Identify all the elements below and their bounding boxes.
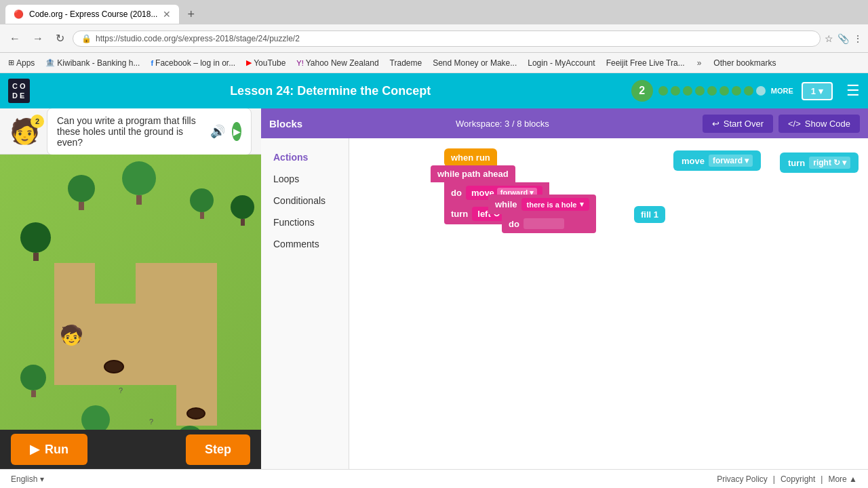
turn-right-block[interactable]: turn right ↻ ▾ [780, 152, 859, 173]
forward-pill[interactable]: forward ▾ [709, 155, 753, 167]
more-link[interactable]: More ▲ [828, 474, 857, 484]
progress-area: 2 MORE [631, 80, 793, 102]
level-number: 1 [811, 86, 816, 96]
tree [190, 188, 214, 219]
play-button[interactable]: ▶ [232, 122, 241, 141]
move-label: move [682, 156, 705, 166]
bookmark-star-icon[interactable]: ☆ [825, 33, 833, 44]
back-button[interactable]: ← [5, 30, 24, 47]
bookmark-kiwibank[interactable]: 🏦 Kiwibank - Banking h... [43, 57, 142, 69]
palette-actions[interactable]: Actions [267, 146, 343, 168]
copyright-link[interactable]: Copyright [781, 474, 815, 484]
while-hole-block[interactable]: while there is a hole ▾ [488, 195, 596, 214]
address-bar[interactable]: 🔒 https://studio.code.org/s/express-2018… [73, 30, 821, 47]
bookmark-facebook[interactable]: f Facebook – log in or... [148, 57, 238, 69]
run-play-icon: ▶ [30, 442, 39, 457]
dot-5 [707, 86, 717, 96]
more-bookmarks-button[interactable]: » [693, 57, 706, 69]
more-label[interactable]: MORE [771, 87, 793, 95]
tree [68, 175, 95, 210]
lesson-title: Lesson 24: Determine the Concept [38, 84, 623, 98]
right-pill[interactable]: right ↻ ▾ [809, 157, 850, 169]
path-tile [54, 263, 95, 304]
restart-icon: ↩ [712, 119, 719, 129]
path-tile [176, 344, 217, 385]
dot-7 [732, 86, 741, 96]
bookmark-facebook-label: Facebook – log in or... [155, 58, 235, 68]
dot-1 [658, 86, 668, 96]
fill-block[interactable]: fill 1 [634, 206, 665, 223]
run-button[interactable]: ▶ Run [11, 434, 87, 465]
footer-separator-1: | [773, 474, 775, 484]
footer-links: Privacy Policy | Copyright | More ▲ [717, 474, 857, 484]
workspace-header: Blocks Workspace: 3 / 8 blocks ↩ Start O… [261, 108, 868, 138]
blocks-canvas: when run while path ahead do move [349, 138, 868, 469]
hamburger-menu-icon[interactable]: ☰ [846, 82, 860, 100]
tab-close-button[interactable]: ✕ [163, 9, 171, 20]
dot-8 [744, 86, 753, 96]
tab-title: Code.org - Express Course (2018... [29, 9, 157, 19]
path-tile [176, 304, 217, 344]
new-tab-button[interactable]: + [182, 7, 200, 22]
move-forward-block[interactable]: move forward ▾ [673, 150, 761, 171]
blocks-palette: Actions Loops Conditionals Functions Com… [261, 138, 349, 469]
bookmark-yahoo[interactable]: Y! Yahoo New Zealand [294, 57, 381, 69]
dropdown-arrow-icon3: ▾ [580, 200, 584, 209]
privacy-policy-link[interactable]: Privacy Policy [717, 474, 768, 484]
bookmark-login[interactable]: Login - MyAccount [525, 57, 597, 69]
dot-6 [719, 86, 729, 96]
bookmark-sendmoney[interactable]: Send Money or Make... [430, 57, 519, 69]
bookmark-youtube-label: YouTube [254, 58, 285, 68]
bookmark-trademe[interactable]: Trademe [387, 57, 425, 69]
url-text: https://studio.code.org/s/express-2018/s… [96, 34, 300, 43]
path-tile [176, 385, 217, 426]
language-selector[interactable]: English ▾ [11, 474, 44, 484]
tree [176, 426, 203, 430]
palette-conditionals[interactable]: Conditionals [267, 190, 343, 211]
dot-9 [756, 86, 766, 96]
bookmarks-bar: ⊞ Apps 🏦 Kiwibank - Banking h... f Faceb… [0, 53, 868, 73]
hole-dropdown[interactable]: there is a hole ▾ [521, 198, 589, 211]
question-bubble: Can you write a program that fills these… [47, 108, 252, 155]
bookmark-youtube[interactable]: ▶ YouTube [243, 57, 288, 69]
palette-comments[interactable]: Comments [267, 233, 343, 255]
active-tab[interactable]: 🔴 Code.org - Express Course (2018... ✕ [5, 5, 179, 24]
bookmark-feeijit-label: Feeijit Free Live Tra... [606, 58, 685, 68]
bookmark-other[interactable]: Other bookmarks [711, 57, 778, 69]
blocks-tab-label[interactable]: Blocks [269, 118, 302, 129]
forward-button[interactable]: → [28, 30, 47, 47]
bookmark-feeijit[interactable]: Feeijit Free Live Tra... [604, 57, 688, 69]
start-over-button[interactable]: ↩ Start Over [703, 115, 773, 133]
empty-slot [524, 218, 564, 229]
while-hole-block-group: while there is a hole ▾ do [488, 195, 596, 233]
left-panel: 🧑 2 Can you write a program that fills t… [0, 108, 261, 469]
show-code-button[interactable]: </> Show Code [778, 115, 860, 133]
level-button[interactable]: 1 ▾ [802, 82, 833, 100]
right-panel: Blocks Workspace: 3 / 8 blocks ↩ Start O… [261, 108, 868, 469]
progress-dots [658, 86, 766, 96]
reload-button[interactable]: ↻ [52, 29, 68, 47]
bookmark-apps[interactable]: ⊞ Apps [5, 57, 37, 69]
sound-button[interactable]: 🔊 [210, 124, 225, 139]
extension-icon[interactable]: 📎 [837, 33, 849, 44]
dot-4 [695, 86, 705, 96]
bookmark-kiwibank-label: Kiwibank - Banking h... [57, 58, 140, 68]
blocks-layout: Actions Loops Conditionals Functions Com… [261, 138, 868, 469]
while-path-block[interactable]: while path ahead [431, 165, 515, 182]
palette-loops[interactable]: Loops [267, 168, 343, 190]
code-logo: C O D E [8, 79, 30, 104]
lock-icon: 🔒 [81, 34, 92, 43]
bookmark-yahoo-label: Yahoo New Zealand [306, 58, 379, 68]
menu-icon[interactable]: ⋮ [853, 33, 863, 44]
step-button[interactable]: Step [186, 434, 250, 465]
label-2: ? [149, 418, 153, 426]
tree [231, 195, 254, 226]
tip-badge: 2 [31, 115, 44, 128]
main-content: 🧑 2 Can you write a program that fills t… [0, 108, 868, 469]
tree [81, 405, 110, 430]
path-tile [54, 344, 95, 385]
tree [20, 222, 51, 261]
when-run-block[interactable]: when run [444, 148, 497, 167]
palette-functions[interactable]: Functions [267, 211, 343, 233]
path-tile [176, 263, 217, 304]
